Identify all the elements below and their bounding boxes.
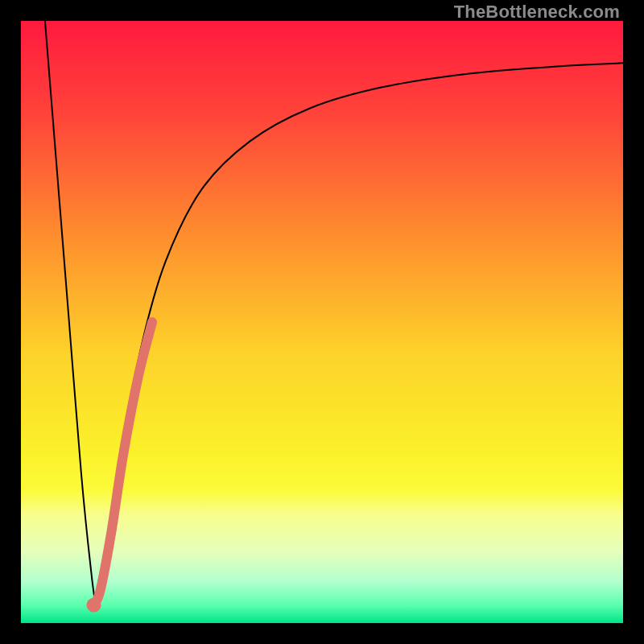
highlight-dot [87,598,101,613]
bottleneck-curve [45,21,623,606]
curve-layer [0,0,644,644]
highlight-segment [94,322,153,605]
chart-canvas: TheBottleneck.com [0,0,644,644]
